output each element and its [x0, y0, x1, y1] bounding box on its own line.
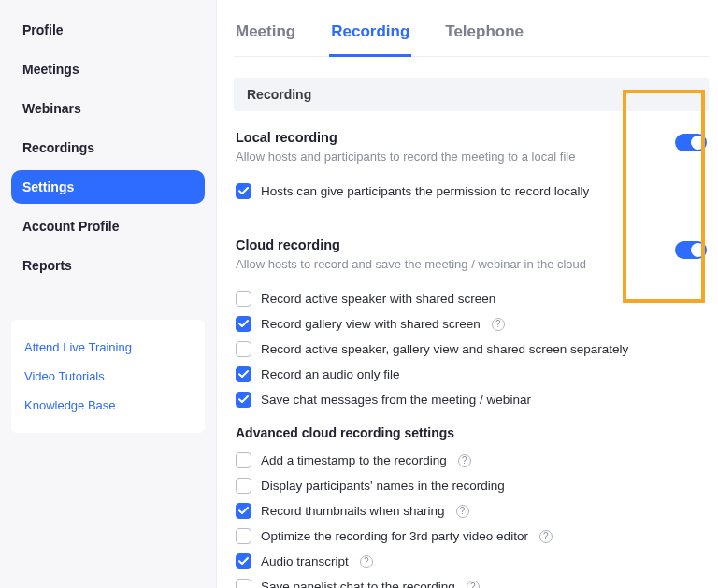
sidebar-item-meetings[interactable]: Meetings — [11, 52, 205, 86]
cloud-recording-block: Cloud recording Allow hosts to record an… — [234, 237, 709, 588]
advanced-checkbox[interactable] — [236, 452, 251, 468]
help-icon[interactable]: ? — [467, 581, 480, 588]
cloud-option-label: Record gallery view with shared screen — [261, 317, 481, 331]
advanced-option-label: Display participants' names in the recor… — [261, 479, 505, 493]
advanced-checkbox[interactable] — [236, 579, 251, 588]
advanced-option-label: Optimize the recording for 3rd party vid… — [261, 529, 528, 543]
local-recording-toggle[interactable] — [675, 134, 707, 151]
advanced-option: Save panelist chat to the recording? — [236, 574, 707, 588]
advanced-option-label: Add a timestamp to the recording — [261, 453, 447, 467]
cloud-recording-title: Cloud recording — [236, 237, 586, 252]
sidebar-item-recordings[interactable]: Recordings — [11, 131, 205, 165]
advanced-option-label: Audio transcript — [261, 554, 349, 568]
cloud-checkbox[interactable] — [236, 341, 251, 357]
help-icon[interactable]: ? — [539, 530, 553, 543]
advanced-option-label: Save panelist chat to the recording — [261, 580, 455, 588]
sidebar-link-attend-live-training[interactable]: Attend Live Training — [24, 333, 192, 362]
cloud-option-label: Record active speaker with shared screen — [261, 292, 495, 306]
cloud-option: Save chat messages from the meeting / we… — [236, 387, 707, 412]
help-icon[interactable]: ? — [456, 505, 469, 518]
advanced-checkbox[interactable] — [236, 528, 251, 544]
tab-recording[interactable]: Recording — [329, 17, 411, 57]
advanced-checkbox[interactable] — [236, 478, 251, 494]
tab-meeting[interactable]: Meeting — [234, 17, 297, 57]
help-icon[interactable]: ? — [458, 454, 471, 467]
sidebar-item-settings[interactable]: Settings — [11, 170, 205, 204]
local-recording-block: Local recording Allow hosts and particip… — [234, 130, 709, 204]
advanced-checkbox[interactable] — [236, 503, 251, 519]
cloud-recording-toggle[interactable] — [675, 241, 707, 259]
local-checkbox[interactable] — [236, 183, 251, 199]
section-header-recording: Recording — [234, 78, 709, 111]
advanced-option: Optimize the recording for 3rd party vid… — [236, 523, 707, 549]
sidebar-link-video-tutorials[interactable]: Video Tutorials — [24, 362, 192, 391]
advanced-option: Display participants' names in the recor… — [236, 473, 707, 498]
help-icon[interactable]: ? — [492, 318, 505, 331]
help-icon[interactable]: ? — [360, 555, 373, 568]
sidebar: ProfileMeetingsWebinarsRecordingsSetting… — [0, 0, 217, 588]
advanced-option-label: Record thumbnails when sharing — [261, 504, 445, 518]
advanced-option: Audio transcript? — [236, 549, 707, 574]
local-option: Hosts can give participants the permissi… — [236, 179, 707, 204]
advanced-settings-heading: Advanced cloud recording settings — [236, 425, 707, 440]
sidebar-item-webinars[interactable]: Webinars — [11, 92, 205, 125]
cloud-option: Record an audio only file — [236, 362, 707, 387]
tab-telephone[interactable]: Telephone — [443, 17, 525, 57]
cloud-option-label: Record an audio only file — [261, 367, 400, 381]
local-recording-desc: Allow hosts and participants to record t… — [236, 149, 575, 165]
cloud-checkbox[interactable] — [236, 291, 251, 307]
main-panel: MeetingRecordingTelephone Recording Loca… — [217, 0, 718, 588]
cloud-checkbox[interactable] — [236, 366, 251, 382]
local-option-label: Hosts can give participants the permissi… — [261, 184, 589, 198]
local-recording-title: Local recording — [236, 130, 575, 145]
sidebar-link-knowledge-base[interactable]: Knowledge Base — [24, 391, 192, 420]
cloud-option-label: Save chat messages from the meeting / we… — [261, 393, 531, 407]
cloud-checkbox[interactable] — [236, 316, 251, 332]
sidebar-item-account-profile[interactable]: Account Profile — [11, 209, 205, 243]
cloud-option: Record active speaker with shared screen — [236, 286, 707, 311]
settings-tabs: MeetingRecordingTelephone — [234, 17, 709, 57]
advanced-option: Record thumbnails when sharing? — [236, 498, 707, 523]
cloud-option-label: Record active speaker, gallery view and … — [261, 342, 628, 356]
sidebar-item-reports[interactable]: Reports — [11, 249, 205, 282]
advanced-checkbox[interactable] — [236, 553, 251, 569]
advanced-option: Add a timestamp to the recording? — [236, 448, 707, 473]
sidebar-help-links: Attend Live TrainingVideo TutorialsKnowl… — [11, 320, 205, 433]
cloud-checkbox[interactable] — [236, 392, 251, 408]
cloud-option: Record gallery view with shared screen? — [236, 311, 707, 337]
cloud-option: Record active speaker, gallery view and … — [236, 337, 707, 362]
sidebar-item-profile[interactable]: Profile — [11, 13, 205, 47]
cloud-recording-desc: Allow hosts to record and save the meeti… — [236, 256, 586, 273]
